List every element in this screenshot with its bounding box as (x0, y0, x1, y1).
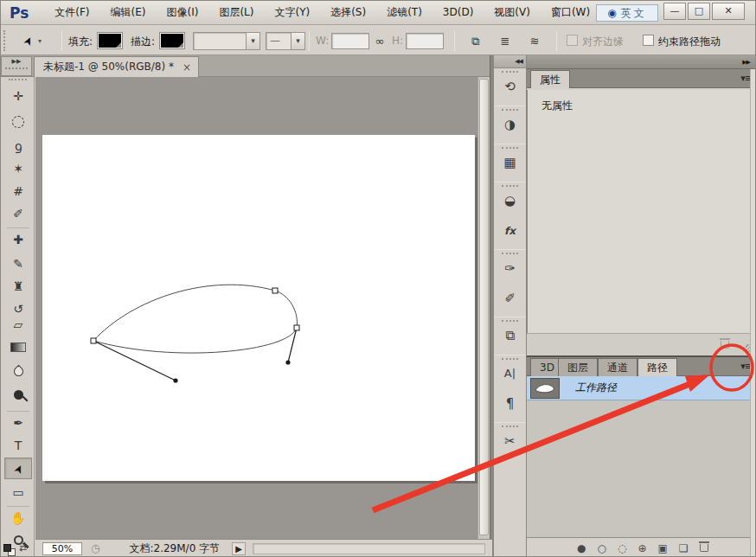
hand-tool-button[interactable]: ✋ (4, 508, 32, 529)
color-swatches-widget[interactable] (3, 544, 16, 556)
dodge-tool-button[interactable] (4, 385, 32, 407)
zoom-level-field[interactable]: 50% (42, 542, 82, 555)
tool-presets-panel-button[interactable]: ✂ (494, 426, 526, 460)
rotate-view-icon[interactable]: ⇄ (19, 542, 27, 554)
clone-source-panel-button[interactable]: ⧉ (494, 320, 526, 355)
tool-preset-picker[interactable]: ➤ ▾ (23, 31, 58, 51)
collapse-left-icon[interactable]: ◀◀ (494, 55, 526, 68)
new-path-button[interactable]: ❏ (679, 539, 689, 557)
tab-close-icon[interactable]: × (183, 61, 191, 74)
tab-layers[interactable]: 图层 (558, 358, 598, 376)
path-thumbnail[interactable] (530, 378, 560, 399)
close-button[interactable]: ✕ (712, 3, 745, 20)
document-tab[interactable]: 未标题-1 @ 50%(RGB/8) * × (34, 56, 199, 77)
eraser-tool-button[interactable]: ▱ (4, 314, 32, 336)
swatches-panel-button[interactable]: ▦ (494, 147, 526, 182)
menu-3d[interactable]: 3D(D) (432, 1, 484, 24)
work-path-row[interactable]: 工作路径 (527, 376, 756, 400)
document-tab-title: 未标题-1 @ 50%(RGB/8) * (43, 60, 174, 74)
path-selection-tool-button[interactable]: ➤ (4, 458, 32, 479)
clone-stamp-tool-button[interactable]: ♜ (4, 276, 32, 298)
line-style-sample: — (270, 35, 280, 47)
menu-window[interactable]: 窗口(W) (541, 1, 600, 24)
chevron-down-icon[interactable]: ▾ (291, 33, 304, 49)
healing-brush-tool-button[interactable]: ✚ (4, 229, 32, 251)
left-dock-collapsed[interactable]: ▶▶ (1, 56, 32, 76)
scrollbar-thumb[interactable] (479, 79, 489, 535)
titlebar: Ps 文件(F) 编辑(E) 图像(I) 图层(L) 文字(Y) 选择(S) 滤… (1, 1, 756, 25)
path-operations-button[interactable]: ⧉ (464, 32, 487, 51)
fill-path-button[interactable]: ● (577, 539, 586, 557)
chevron-down-icon[interactable]: ▾ (246, 33, 259, 49)
styles-panel-button[interactable]: fx (494, 220, 526, 249)
pen-tool-button[interactable]: ✒ (4, 413, 32, 434)
make-work-path-button[interactable]: ⊕ (637, 539, 646, 557)
palette-icon: ◑ (494, 113, 526, 136)
shape-height-input[interactable] (406, 33, 444, 49)
options-bar-grip[interactable] (3, 30, 8, 51)
gradient-tool-button[interactable] (4, 336, 32, 358)
anchor-point[interactable] (294, 325, 299, 330)
align-edges-checkbox[interactable] (567, 35, 578, 46)
lasso-tool-button[interactable]: ϱ (4, 136, 32, 157)
marquee-tool-button[interactable] (4, 112, 32, 133)
path-alignment-button[interactable]: ≣ (494, 32, 516, 51)
water-drop-icon (11, 365, 25, 379)
dock-collapse-bar[interactable]: ▶▶ (527, 55, 756, 69)
link-dimensions-icon[interactable]: ∞ (371, 32, 388, 51)
document-viewport[interactable] (35, 77, 492, 539)
menu-select[interactable]: 选择(S) (320, 1, 376, 24)
menu-view[interactable]: 视图(V) (484, 1, 541, 24)
shape-width-input[interactable] (331, 33, 369, 49)
character-panel-button[interactable]: A| (494, 358, 526, 393)
type-tool-button[interactable]: T (4, 435, 32, 457)
menu-filter[interactable]: 滤镜(T) (376, 1, 432, 24)
tab-channels[interactable]: 通道 (598, 358, 637, 376)
stroke-style-dropdown[interactable]: — ▾ (266, 32, 305, 50)
anchor-point[interactable] (91, 338, 96, 343)
color-panel-button[interactable]: ◑ (494, 109, 526, 144)
menu-type[interactable]: 文字(Y) (264, 1, 320, 24)
brush-tool-button[interactable]: ✎ (4, 253, 32, 275)
stroke-path-button[interactable]: ○ (597, 539, 605, 557)
toolbar-grip[interactable] (9, 79, 27, 84)
anchor-point[interactable] (272, 288, 278, 293)
history-panel-button[interactable]: ⟲ (494, 71, 526, 106)
add-mask-button[interactable]: ▣ (658, 539, 668, 557)
constrain-path-checkbox[interactable] (643, 35, 654, 46)
adjustments-panel-button[interactable]: ◒ (494, 185, 526, 220)
constrain-path-label: 约束路径拖动 (658, 35, 721, 49)
ime-label: 英文 (621, 6, 647, 21)
maximize-button[interactable]: □ (688, 3, 710, 20)
path-arrangement-button[interactable]: ≋ (523, 32, 546, 51)
delete-path-button[interactable] (700, 539, 708, 557)
vertical-scrollbar[interactable] (477, 77, 490, 539)
menu-file[interactable]: 文件(F) (44, 1, 99, 24)
load-selection-button[interactable]: ◌ (618, 539, 626, 557)
fill-swatch[interactable] (98, 33, 122, 48)
handle-point[interactable] (285, 360, 290, 364)
paragraph-panel-button[interactable]: ¶ (494, 393, 526, 422)
minimize-button[interactable]: — (663, 3, 686, 20)
rectangle-tool-button[interactable]: ▭ (4, 482, 32, 503)
ime-indicator[interactable]: ◉ 英文 (596, 4, 658, 22)
brush-presets-panel-button[interactable]: ✐ (494, 287, 526, 317)
menu-edit[interactable]: 编辑(E) (100, 1, 157, 24)
handle-point[interactable] (173, 378, 177, 382)
crop-tool-button[interactable]: # (4, 181, 32, 202)
menu-layer[interactable]: 图层(L) (208, 1, 264, 24)
paths-panel-empty-area (527, 400, 756, 537)
menu-image[interactable]: 图像(I) (157, 1, 209, 24)
brushes-icon: ✑ (494, 257, 526, 279)
move-tool-button[interactable]: ✛ (4, 86, 32, 107)
tab-paths[interactable]: 路径 (637, 358, 677, 376)
tab-properties[interactable]: 属性 (530, 70, 570, 88)
status-options-button[interactable]: ▶ (232, 542, 246, 555)
brush-panel-button[interactable]: ✑ (494, 253, 526, 287)
stroke-width-dropdown[interactable]: ▾ (193, 32, 260, 50)
photoshop-logo: Ps (10, 4, 29, 22)
blur-tool-button[interactable] (4, 361, 32, 382)
eyedropper-tool-button[interactable]: ✐ (4, 203, 32, 225)
magic-wand-tool-button[interactable]: ✶ (4, 158, 32, 180)
stroke-swatch[interactable] (160, 33, 184, 48)
